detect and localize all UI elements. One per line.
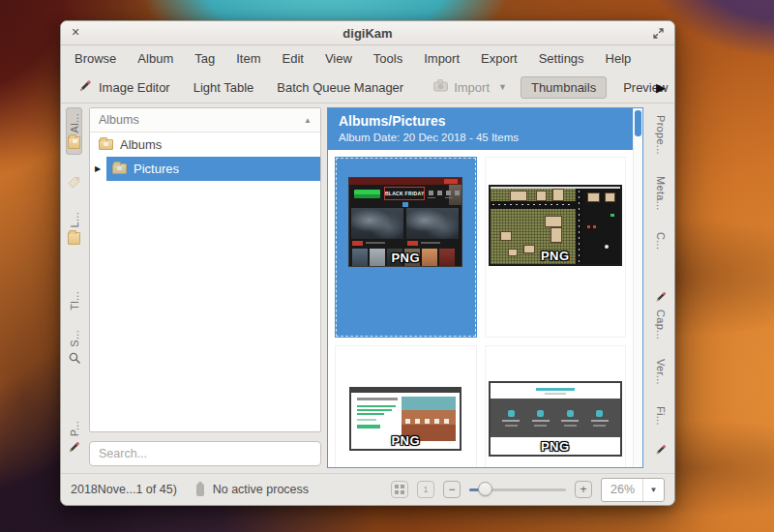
pencil-icon (77, 78, 93, 97)
albums-column: Albums ▲ Albums ▶ Pictures (87, 103, 327, 473)
folder-icon (68, 232, 80, 245)
album-folder-icon (112, 163, 127, 174)
toolbar: Image Editor Light Table Batch Queue Man… (61, 72, 674, 103)
vertical-scrollbar[interactable] (633, 108, 642, 467)
thumbnail-view-mode-button[interactable] (391, 481, 408, 498)
tag-icon (68, 176, 80, 191)
right-sidebar-tabs: Prope... Meta... C... Cap... Ver... Fi..… (646, 103, 674, 473)
thumbnail-image-2: PNG (489, 185, 622, 266)
menu-import[interactable]: Import (424, 51, 460, 66)
sidebar-tab-captions[interactable]: Cap... (652, 284, 670, 345)
search-input[interactable] (89, 441, 321, 466)
menu-view[interactable]: View (325, 51, 352, 66)
menu-help[interactable]: Help (606, 51, 632, 66)
window-title: digiKam (342, 26, 392, 41)
toolbar-overflow-icon[interactable]: ▶ (656, 80, 666, 95)
batch-queue-manager-button[interactable]: Batch Queue Manager (270, 76, 410, 99)
zoom-level-combobox[interactable]: 26% ▼ (601, 478, 665, 502)
icon-view-inner: Albums/Pictures Album Date: 20 Dec 2018 … (328, 108, 633, 467)
camera-icon (433, 79, 448, 95)
pencil-icon (67, 440, 81, 457)
sort-collapse-icon[interactable]: ▲ (304, 116, 312, 125)
tree-item-pictures[interactable]: ▶ Pictures (90, 157, 320, 181)
close-icon[interactable]: × (72, 25, 79, 39)
sidebar-tab-timeline[interactable]: Tl... (67, 285, 82, 316)
maximize-icon[interactable] (652, 26, 665, 44)
sidebar-tab-albums[interactable]: Al... (66, 107, 82, 155)
zoom-out-button[interactable]: − (443, 481, 461, 498)
pencil-icon (654, 443, 668, 458)
format-badge: PNG (391, 251, 420, 265)
sidebar-tab-search[interactable]: S... (66, 324, 83, 372)
thumbnail-image-4: PNG (489, 381, 622, 457)
thumbnail-grid: BLACK FRIDAY (328, 150, 633, 467)
thumbnail-cell-1-selected[interactable]: BLACK FRIDAY (335, 157, 477, 338)
import-button[interactable]: Import ▼ (430, 75, 511, 99)
menu-tag[interactable]: Tag (194, 51, 215, 66)
tree-selection-highlight: Pictures (106, 157, 320, 181)
menubar: Browse Album Tag Item Edit View Tools Im… (61, 45, 674, 72)
menu-tools[interactable]: Tools (373, 51, 402, 66)
battery-icon (196, 484, 204, 496)
tree-item-albums-root[interactable]: Albums (90, 133, 320, 157)
zoom-slider[interactable] (469, 481, 566, 498)
pencil-icon (654, 290, 668, 306)
sidebar-tab-tools[interactable] (652, 437, 670, 464)
sidebar-tab-metadata[interactable]: Meta... (653, 170, 669, 217)
sidebar-tab-labels[interactable]: L... (66, 206, 82, 251)
sidebar-tab-properties[interactable]: Prope... (653, 109, 669, 161)
sidebar-tab-versions[interactable]: Ver... (653, 353, 669, 391)
process-status: No active process (213, 483, 309, 496)
thumb1-banner-text: BLACK FRIDAY (385, 191, 425, 196)
sidebar-tab-people[interactable]: P... (65, 415, 83, 462)
icon-view: Albums/Pictures Album Date: 20 Dec 2018 … (327, 107, 643, 468)
thumbnail-cell-3[interactable]: PNG (335, 345, 477, 467)
image-editor-button[interactable]: Image Editor (71, 74, 177, 101)
left-sidebar-tabs: Al... L... Tl... S... (61, 103, 87, 473)
zoom-level-value: 26% (602, 483, 642, 496)
albums-tree-header[interactable]: Albums ▲ (90, 108, 320, 133)
format-badge: PNG (541, 439, 570, 454)
preview-mode-button[interactable]: 1 (417, 481, 434, 498)
sidebar-tab-tags[interactable] (66, 170, 82, 196)
folder-icon (68, 136, 80, 149)
menu-settings[interactable]: Settings (539, 51, 584, 66)
thumbnail-image-3: PNG (349, 387, 461, 451)
thumbnails-button[interactable]: Thumbnails (521, 76, 607, 99)
menu-export[interactable]: Export (481, 51, 518, 66)
thumbnail-cell-2[interactable]: PNG (485, 157, 627, 338)
album-title: Albums/Pictures (339, 113, 622, 129)
chevron-down-icon[interactable]: ▼ (642, 479, 664, 501)
search-icon (68, 351, 81, 367)
preview-button[interactable]: Preview (616, 76, 674, 99)
titlebar[interactable]: × digiKam (61, 21, 674, 45)
main-content: Al... L... Tl... S... (61, 103, 674, 473)
slider-handle[interactable] (478, 482, 492, 496)
chevron-down-icon: ▼ (498, 82, 507, 92)
format-badge: PNG (541, 249, 570, 263)
menu-edit[interactable]: Edit (282, 51, 303, 66)
thumbnail-image-1: BLACK FRIDAY (348, 177, 462, 267)
menu-browse[interactable]: Browse (74, 51, 116, 66)
menu-item[interactable]: Item (236, 51, 260, 66)
album-folder-icon (99, 139, 113, 150)
light-table-button[interactable]: Light Table (187, 76, 261, 99)
selection-status: 2018Nove...1 of 45) (71, 483, 177, 496)
expander-icon[interactable]: ▶ (95, 164, 106, 173)
statusbar: 2018Nove...1 of 45) No active process 1 … (61, 473, 674, 505)
icon-view-wrap: Albums/Pictures Album Date: 20 Dec 2018 … (327, 103, 646, 473)
albums-tree-panel: Albums ▲ Albums ▶ Pictures (89, 107, 321, 432)
sidebar-tab-filters[interactable]: Fi... (653, 400, 669, 431)
thumbnail-cell-4[interactable]: PNG (485, 345, 627, 467)
album-banner: Albums/Pictures Album Date: 20 Dec 2018 … (328, 108, 633, 150)
menu-album[interactable]: Album (137, 51, 173, 66)
digikam-window: × digiKam Browse Album Tag Item Edit Vie… (60, 20, 675, 506)
format-badge: PNG (391, 433, 420, 448)
zoom-in-button[interactable]: + (575, 481, 592, 498)
scrollbar-thumb[interactable] (635, 110, 641, 136)
album-subtitle: Album Date: 20 Dec 2018 - 45 Items (339, 132, 622, 143)
album-search (89, 441, 321, 466)
sidebar-tab-colors[interactable]: C... (653, 226, 669, 255)
